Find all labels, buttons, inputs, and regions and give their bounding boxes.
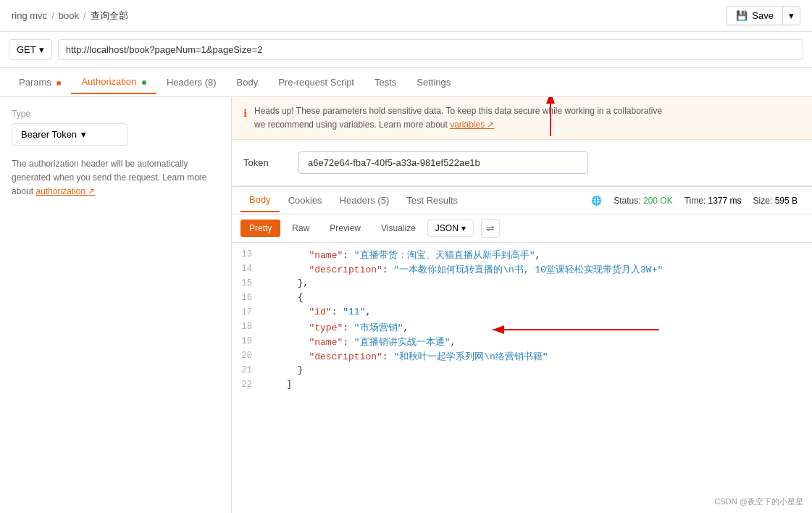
- view-tab-pretty[interactable]: Pretty: [240, 220, 280, 237]
- response-status: 🌐 Status: 200 OK Time: 1377 ms Size: 595…: [591, 196, 803, 206]
- status-section: Status: 200 OK: [614, 196, 672, 206]
- format-select[interactable]: JSON ▾: [427, 220, 474, 237]
- bearer-token-label: Bearer Token: [21, 129, 77, 140]
- watermark: CSDN @夜空下的小星星: [715, 496, 803, 507]
- url-bar: GET ▾: [0, 32, 812, 68]
- auth-link[interactable]: authorization ↗: [35, 186, 95, 196]
- tab-params[interactable]: Params: [9, 71, 71, 93]
- save-dropdown-arrow[interactable]: ▾: [783, 7, 800, 25]
- line-num-18: 18: [232, 321, 261, 335]
- status-value: 200 OK: [643, 196, 673, 206]
- format-dropdown-icon: ▾: [461, 223, 466, 233]
- line-num-13: 13: [232, 249, 261, 263]
- auth-left-panel: Type Bearer Token ▾ The authorization he…: [0, 97, 232, 513]
- main-area: Type Bearer Token ▾ The authorization he…: [0, 97, 812, 513]
- bearer-dropdown-icon: ▾: [81, 129, 86, 140]
- line-num-19: 19: [232, 335, 261, 350]
- view-icons: ⇌: [481, 219, 500, 238]
- json-line-22: 22 ]: [232, 379, 812, 393]
- json-line-13: 13 "name": "直播带货：淘宝、天猫直播从新手到高手",: [232, 249, 812, 263]
- tab-tests[interactable]: Tests: [364, 71, 406, 93]
- line-num-14: 14: [232, 263, 261, 278]
- json-line-17: 17 "id": "11",: [232, 306, 812, 321]
- line-num-22: 22: [232, 379, 261, 393]
- auth-description: The authorization header will be automat…: [12, 157, 219, 199]
- wrap-icon-button[interactable]: ⇌: [481, 219, 500, 238]
- json-line-18: 18 "type": "市场营销",: [232, 321, 812, 335]
- variables-link[interactable]: variables ↗: [450, 120, 494, 130]
- url-input[interactable]: [58, 39, 803, 60]
- request-tabs: Params Authorization Headers (8) Body Pr…: [0, 68, 812, 97]
- breadcrumb-sep1: /: [51, 10, 54, 21]
- save-label: Save: [752, 10, 774, 21]
- json-line-14: 14 "description": "一本教你如何玩转直播的\n书, 10堂课轻…: [232, 263, 812, 278]
- line-num-16: 16: [232, 292, 261, 306]
- json-line-21: 21 }: [232, 364, 812, 379]
- view-tab-preview[interactable]: Preview: [321, 220, 369, 237]
- time-section: Time: 1377 ms: [685, 196, 742, 206]
- json-content[interactable]: 13 "name": "直播带货：淘宝、天猫直播从新手到高手", 14 "des…: [232, 243, 812, 399]
- info-icon: ℹ: [243, 105, 247, 132]
- method-label: GET: [17, 44, 36, 55]
- resp-tab-test-results[interactable]: Test Results: [398, 189, 466, 212]
- tab-body[interactable]: Body: [227, 71, 269, 93]
- resp-tab-cookies[interactable]: Cookies: [280, 189, 331, 212]
- size-section: Size: 595 B: [753, 196, 798, 206]
- json-area-wrapper: 13 "name": "直播带货：淘宝、天猫直播从新手到高手", 14 "des…: [232, 243, 812, 513]
- top-bar: ring mvc / book / 查询全部 💾 Save ▾: [0, 0, 812, 32]
- breadcrumb-current: 查询全部: [91, 9, 128, 22]
- response-tabs: Body Cookies Headers (5) Test Results: [240, 188, 466, 212]
- json-line-15: 15 },: [232, 278, 812, 292]
- tab-authorization[interactable]: Authorization: [71, 70, 156, 94]
- json-line-16: 16 {: [232, 292, 812, 306]
- tab-settings[interactable]: Settings: [406, 71, 461, 93]
- time-value: 1377 ms: [708, 196, 742, 206]
- breadcrumb-part1: ring mvc: [12, 10, 47, 21]
- view-tabs-row: Pretty Raw Preview Visualize JSON ▾ ⇌: [232, 214, 812, 243]
- line-num-17: 17: [232, 306, 261, 321]
- line-num-20: 20: [232, 350, 261, 364]
- token-row: Token: [232, 140, 812, 186]
- bearer-token-select[interactable]: Bearer Token ▾: [12, 123, 127, 146]
- response-tabs-row: Body Cookies Headers (5) Test Results 🌐: [232, 187, 812, 214]
- line-num-21: 21: [232, 364, 261, 379]
- save-icon: 💾: [736, 10, 748, 21]
- globe-icon: 🌐: [591, 196, 602, 206]
- warning-banner: ℹ Heads up! These parameters hold sensit…: [232, 97, 812, 140]
- save-button[interactable]: 💾 Save ▾: [727, 6, 800, 25]
- format-label: JSON: [435, 223, 459, 233]
- auth-dot: [142, 80, 146, 85]
- breadcrumb: ring mvc / book / 查询全部: [12, 9, 128, 22]
- auth-type-label: Type: [12, 109, 219, 119]
- view-tab-visualize[interactable]: Visualize: [372, 220, 424, 237]
- token-label: Token: [243, 157, 287, 168]
- tab-prerequest[interactable]: Pre-request Script: [268, 71, 364, 93]
- resp-tab-headers[interactable]: Headers (5): [331, 189, 398, 212]
- method-select[interactable]: GET ▾: [9, 39, 52, 60]
- params-dot: [56, 81, 61, 86]
- tab-headers[interactable]: Headers (8): [156, 71, 227, 93]
- response-area: Body Cookies Headers (5) Test Results 🌐: [232, 186, 812, 513]
- json-line-20: 20 "description": "和秋叶一起学系列网\n络营销书籍": [232, 350, 812, 364]
- view-tab-raw[interactable]: Raw: [283, 220, 318, 237]
- breadcrumb-sep2: /: [83, 10, 86, 21]
- size-value: 595 B: [775, 196, 798, 206]
- warning-text: Heads up! These parameters hold sensitiv…: [254, 104, 662, 132]
- token-input[interactable]: [298, 151, 588, 174]
- method-dropdown-icon: ▾: [39, 44, 44, 55]
- breadcrumb-part2: book: [59, 10, 79, 21]
- json-line-19: 19 "name": "直播销讲实战一本通",: [232, 335, 812, 350]
- line-num-15: 15: [232, 278, 261, 292]
- resp-tab-body[interactable]: Body: [240, 188, 280, 212]
- auth-right-panel: ℹ Heads up! These parameters hold sensit…: [232, 97, 812, 513]
